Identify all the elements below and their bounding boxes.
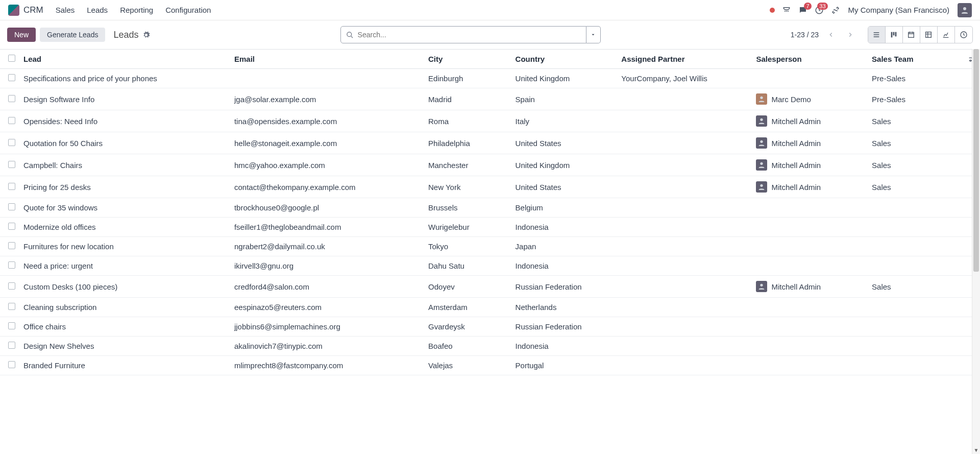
cell-lead: Opensides: Need Info [19, 110, 230, 132]
salesperson-name: Mitchell Admin [771, 282, 821, 291]
table-row[interactable]: Cleaning subscriptioneespinazo5@reuters.… [0, 298, 980, 317]
checkbox-icon [8, 203, 15, 210]
row-checkbox[interactable] [0, 176, 19, 198]
nav-item-reporting[interactable]: Reporting [120, 6, 153, 14]
table-row[interactable]: Custom Desks (100 pieces)credford4@salon… [0, 276, 980, 298]
cell-country: United Kingdom [511, 154, 618, 176]
messages-badge: 7 [804, 3, 811, 10]
table-row[interactable]: Branded Furnituremlimprecht8@fastcompany… [0, 356, 980, 375]
checkbox-icon [8, 303, 15, 310]
salesperson-avatar [756, 181, 767, 193]
row-checkbox[interactable] [0, 110, 19, 132]
gear-icon[interactable] [142, 31, 150, 39]
debug-tools-icon[interactable] [831, 6, 840, 15]
row-checkbox[interactable] [0, 356, 19, 375]
svg-point-13 [761, 140, 763, 143]
row-checkbox[interactable] [0, 276, 19, 298]
col-header-lead[interactable]: Lead [19, 50, 230, 69]
salesperson-avatar [756, 93, 767, 105]
salesperson-name: Mitchell Admin [771, 183, 821, 192]
row-checkbox[interactable] [0, 69, 19, 88]
table-row[interactable]: Design Software Infojga@solar.example.co… [0, 88, 980, 110]
nav-item-sales[interactable]: Sales [56, 6, 75, 14]
cell-team: Sales [868, 132, 964, 154]
view-list-button[interactable] [868, 27, 886, 43]
app-name[interactable]: CRM [23, 5, 43, 15]
table-row[interactable]: Furnitures for new locationngrabert2@dai… [0, 237, 980, 256]
table-row[interactable]: Quotation for 50 Chairshelle@stonageit.e… [0, 132, 980, 154]
col-header-city[interactable]: City [424, 50, 511, 69]
salesperson-name: Mitchell Admin [771, 161, 821, 170]
row-checkbox[interactable] [0, 88, 19, 110]
table-row[interactable]: Modernize old officesfseiller1@theglobea… [0, 218, 980, 237]
scroll-down-icon[interactable]: ▼ [972, 446, 980, 454]
view-kanban-button[interactable] [886, 27, 903, 43]
generate-leads-button[interactable]: Generate Leads [40, 28, 105, 42]
cell-salesperson: Mitchell Admin [752, 154, 868, 176]
systray: 7 33 [770, 6, 840, 15]
cell-lead: Design Software Info [19, 88, 230, 110]
messages-icon[interactable]: 7 [798, 6, 807, 15]
pager-counter[interactable]: 1-23 / 23 [791, 31, 819, 39]
nav-item-configuration[interactable]: Configuration [165, 6, 211, 14]
row-checkbox[interactable] [0, 298, 19, 317]
svg-point-10 [970, 60, 971, 61]
user-avatar[interactable] [958, 3, 972, 17]
view-switcher [868, 26, 973, 43]
col-header-country[interactable]: Country [511, 50, 618, 69]
row-checkbox[interactable] [0, 337, 19, 356]
col-header-email[interactable]: Email [230, 50, 424, 69]
checkbox-icon [8, 261, 15, 269]
col-header-partner[interactable]: Assigned Partner [617, 50, 752, 69]
cell-team [868, 198, 964, 218]
vertical-scrollbar[interactable]: ▲ ▼ [972, 49, 980, 454]
view-graph-button[interactable] [938, 27, 955, 43]
view-activity-button[interactable] [955, 27, 972, 43]
table-row[interactable]: Campbell: Chairshmc@yahoo.example.comMan… [0, 154, 980, 176]
checkbox-icon [8, 223, 15, 230]
table-row[interactable]: Quote for 35 windowstbrockhouse0@google.… [0, 198, 980, 218]
col-header-team[interactable]: Sales Team [868, 50, 964, 69]
row-checkbox[interactable] [0, 198, 19, 218]
search-input[interactable] [358, 31, 581, 39]
activities-badge: 33 [817, 3, 827, 10]
scroll-thumb[interactable] [973, 49, 979, 272]
cell-city: Tokyo [424, 237, 511, 256]
nav-item-leads[interactable]: Leads [87, 6, 108, 14]
table-row[interactable]: Design New Shelvesakalinovich7@tinypic.c… [0, 337, 980, 356]
cell-email: akalinovich7@tinypic.com [230, 337, 424, 356]
table-row[interactable]: Opensides: Need Infotina@opensides.examp… [0, 110, 980, 132]
view-pivot-button[interactable] [920, 27, 938, 43]
activities-clock-icon[interactable]: 33 [815, 6, 824, 15]
table-row[interactable]: Need a price: urgentikirvell3@gnu.orgDah… [0, 256, 980, 276]
svg-point-16 [761, 284, 763, 286]
search-options-toggle[interactable] [586, 26, 601, 43]
pager-prev-button[interactable] [824, 27, 838, 42]
row-checkbox[interactable] [0, 317, 19, 337]
cell-salesperson [752, 218, 868, 237]
row-checkbox[interactable] [0, 218, 19, 237]
row-checkbox[interactable] [0, 132, 19, 154]
search-box[interactable] [340, 26, 586, 43]
pager-next-button[interactable] [843, 27, 857, 42]
table-row[interactable]: Pricing for 25 deskscontact@thekompany.e… [0, 176, 980, 198]
view-calendar-button[interactable] [903, 27, 920, 43]
cell-city: Boafeo [424, 337, 511, 356]
search-icon [346, 31, 354, 39]
table-row[interactable]: Office chairsjjobbins6@simplemachines.or… [0, 317, 980, 337]
row-checkbox[interactable] [0, 237, 19, 256]
table-row[interactable]: Specifications and price of your phonesE… [0, 69, 980, 88]
cell-lead: Branded Furniture [19, 356, 230, 375]
svg-rect-5 [895, 32, 897, 37]
row-checkbox[interactable] [0, 256, 19, 276]
company-switcher[interactable]: My Company (San Francisco) [848, 6, 949, 14]
row-checkbox[interactable] [0, 154, 19, 176]
cell-team [868, 256, 964, 276]
new-button[interactable]: New [7, 28, 36, 42]
voip-phone-icon[interactable] [782, 6, 791, 15]
cell-salesperson: Mitchell Admin [752, 276, 868, 298]
app-logo-icon[interactable] [8, 5, 19, 16]
select-all-header[interactable] [0, 50, 19, 69]
col-header-salesperson[interactable]: Salesperson [752, 50, 868, 69]
salesperson-avatar [756, 115, 767, 127]
